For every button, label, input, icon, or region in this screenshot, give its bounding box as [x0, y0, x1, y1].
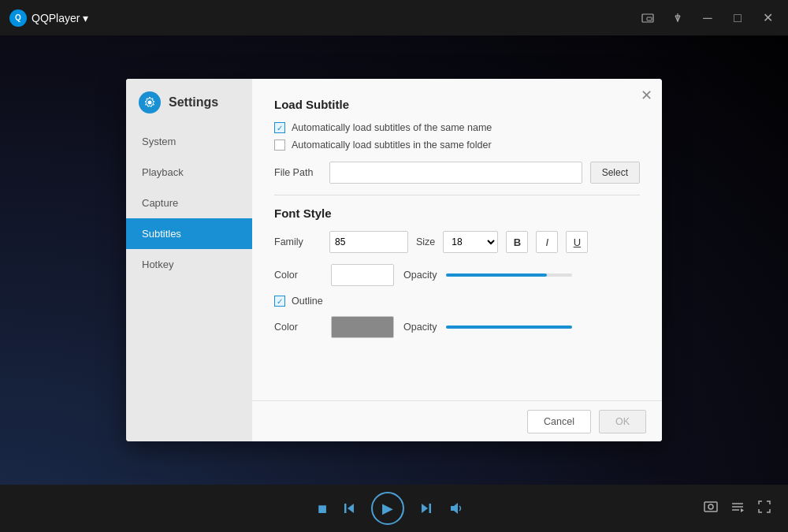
title-bar: Q QQPlayer ▾ ─ □ ✕	[0, 0, 788, 35]
checkbox-same-name[interactable]: ✓	[274, 122, 285, 133]
underline-button[interactable]: U	[566, 231, 588, 253]
dialog-footer: Cancel OK	[252, 400, 662, 441]
checkbox-same-name-label: Automatically load subtitles of the same…	[292, 122, 492, 133]
svg-rect-8	[429, 504, 432, 513]
svg-marker-9	[451, 503, 458, 514]
settings-icon	[139, 91, 161, 113]
svg-point-11	[708, 504, 713, 509]
svg-point-4	[148, 101, 152, 105]
settings-content: Load Subtitle ✓ Automatically load subti…	[252, 79, 662, 441]
font-opacity-label: Opacity	[403, 270, 437, 281]
bottom-bar: ■ ▶	[0, 485, 788, 532]
checkbox-row-same-folder: Automatically load subtitles in the same…	[274, 140, 640, 151]
outline-row: ✓ Outline	[274, 296, 640, 307]
app-title: QQPlayer ▾	[32, 12, 88, 24]
font-opacity-slider[interactable]	[446, 273, 572, 277]
checkbox-same-folder-label: Automatically load subtitles in the same…	[292, 140, 492, 151]
file-path-input[interactable]	[329, 162, 582, 184]
font-style-row: Family Size 18 16 20 24 B I U	[274, 231, 640, 253]
outline-label: Outline	[292, 296, 323, 307]
font-style-title: Font Style	[274, 206, 640, 220]
playlist-button[interactable]	[730, 499, 745, 518]
sidebar-item-subtitles[interactable]: Subtitles	[126, 218, 252, 249]
modal-overlay: Settings System Playback Capture Subtitl…	[0, 35, 788, 485]
volume-button[interactable]	[448, 500, 464, 516]
sidebar-item-playback[interactable]: Playback	[126, 157, 252, 188]
title-bar-controls: ─ □ ✕	[637, 7, 779, 29]
title-bar-left: Q QQPlayer ▾	[9, 9, 88, 27]
pip-button[interactable]	[637, 7, 659, 29]
font-family-input[interactable]	[329, 231, 408, 253]
bottom-right-buttons	[703, 499, 772, 518]
svg-rect-1	[647, 17, 652, 20]
select-button[interactable]: Select	[590, 162, 640, 184]
checkbox-row-same-name: ✓ Automatically load subtitles of the sa…	[274, 122, 640, 133]
play-button[interactable]: ▶	[371, 492, 404, 525]
outline-opacity-label: Opacity	[403, 322, 437, 333]
close-button[interactable]: ✕	[756, 7, 779, 29]
svg-marker-5	[348, 504, 354, 513]
next-button[interactable]	[418, 500, 434, 516]
font-color-label: Color	[274, 270, 322, 281]
outline-color-row: Color Opacity	[274, 316, 640, 338]
ok-button[interactable]: OK	[599, 410, 646, 433]
settings-header: Settings	[126, 79, 252, 126]
load-subtitle-title: Load Subtitle	[274, 98, 640, 111]
settings-title: Settings	[169, 95, 218, 110]
checkbox-same-folder[interactable]	[274, 140, 285, 151]
maximize-button[interactable]: □	[727, 7, 749, 29]
pin-button[interactable]	[667, 7, 689, 29]
sidebar-item-system[interactable]: System	[126, 126, 252, 157]
family-label: Family	[274, 236, 322, 247]
font-color-swatch[interactable]	[331, 264, 394, 286]
sidebar-item-capture[interactable]: Capture	[126, 188, 252, 218]
outline-color-swatch[interactable]	[331, 316, 394, 338]
cancel-button[interactable]: Cancel	[527, 410, 591, 433]
outline-opacity-fill	[446, 326, 572, 329]
player-controls: ■ ▶	[318, 492, 464, 525]
divider	[274, 195, 640, 195]
font-size-select[interactable]: 18 16 20 24	[443, 231, 498, 253]
font-color-row: Color Opacity	[274, 264, 640, 286]
svg-rect-6	[344, 504, 347, 513]
screenshot-button[interactable]	[703, 499, 719, 518]
svg-marker-15	[741, 508, 744, 512]
app-logo: Q	[9, 9, 27, 27]
font-opacity-fill	[446, 273, 547, 277]
stop-button[interactable]: ■	[318, 500, 327, 518]
minimize-button[interactable]: ─	[697, 7, 719, 29]
fullscreen-button[interactable]	[756, 499, 772, 518]
settings-dialog: Settings System Playback Capture Subtitl…	[126, 79, 662, 441]
checkbox-outline[interactable]: ✓	[274, 296, 285, 307]
file-path-label: File Path	[274, 167, 322, 178]
bold-button[interactable]: B	[506, 231, 528, 253]
svg-rect-10	[704, 502, 717, 512]
svg-marker-7	[422, 504, 428, 513]
sidebar-item-hotkey[interactable]: Hotkey	[126, 249, 252, 280]
file-path-row: File Path Select	[274, 162, 640, 184]
outline-color-label: Color	[274, 322, 322, 333]
settings-sidebar: System Playback Capture Subtitles Hotkey	[126, 79, 252, 441]
prev-button[interactable]	[341, 500, 357, 516]
italic-button[interactable]: I	[536, 231, 558, 253]
size-label: Size	[416, 236, 435, 247]
dialog-close-button[interactable]: ✕	[641, 87, 652, 104]
outline-opacity-slider[interactable]	[446, 326, 572, 329]
